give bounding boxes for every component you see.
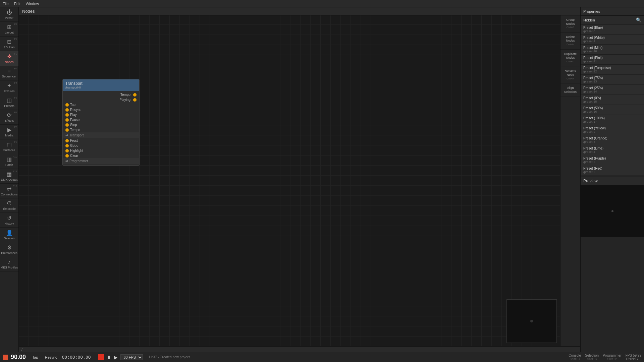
transport-output-playing: Playing (63, 97, 139, 102)
fps-select[interactable]: 60 FPS 30 FPS 24 FPS (120, 354, 143, 360)
transport-indicator[interactable] (3, 355, 8, 360)
port-gobo-in[interactable] (65, 144, 69, 147)
sidebar-item-surfaces[interactable]: F9 ⬚ Surfaces (0, 139, 19, 154)
hidden-list-item[interactable]: Preset (100%)/preset-17 (581, 115, 644, 125)
hidden-item-path: /preset-17 (583, 120, 641, 123)
sidebar-item-nodes[interactable]: F3 ❖ Nodes (0, 51, 19, 66)
hidden-list-item[interactable]: Preset (50%)/preset-16 (581, 105, 644, 115)
port-playing-out[interactable] (133, 98, 137, 102)
sidebar-item-power[interactable]: ⏻ Power (0, 7, 19, 22)
hidden-list-item[interactable]: Preset (Pink)/preset-11 (581, 55, 644, 65)
sidebar-item-session[interactable]: 👤 Session (0, 228, 19, 242)
port-clear-in[interactable] (65, 154, 69, 158)
hidden-list-item[interactable]: Preset (Mint)/preset-10 (581, 45, 644, 55)
ctx-group-nodes[interactable]: Group Nodes Ctrl+G (560, 15, 580, 33)
stop-button[interactable] (98, 354, 104, 360)
hidden-list-item[interactable]: Preset (Lime)/preset-4 (581, 145, 644, 155)
ctx-align-selection[interactable]: Align Selection (560, 83, 580, 97)
port-tempo-in[interactable] (65, 128, 69, 132)
pause-button[interactable]: ⏸ (107, 355, 111, 360)
hidden-list-item[interactable]: Preset (White)/preset-1 (581, 35, 644, 45)
port-tempo-out[interactable] (133, 93, 137, 97)
console-button[interactable]: Console Shift+C (569, 354, 581, 361)
session-icon: 👤 (6, 230, 13, 236)
hidden-list-item[interactable]: Preset (0%)/preset-15 (581, 95, 644, 105)
port-highlight-in[interactable] (65, 149, 69, 153)
sidebar-item-media[interactable]: F8 ▶ Media (0, 125, 19, 139)
layout-icon: ⊞ (7, 24, 11, 30)
sidebar-label-connections: Connections (1, 193, 17, 196)
console-label: Console (569, 354, 581, 357)
hidden-list-item[interactable]: Preset (Yellow)/preset-2 (581, 125, 644, 135)
sidebar-item-dmxoutput[interactable]: F11 ▦ DMX Output (0, 169, 19, 184)
preview-dot (611, 210, 613, 212)
timecode-icon: ⏱ (7, 200, 12, 206)
port-frost-in[interactable] (65, 139, 69, 142)
sidebar-item-patch[interactable]: F10 ▥ Patch (0, 154, 19, 169)
hidden-list: Preset (Blue)/preset-0Preset (White)/pre… (581, 24, 644, 177)
ctx-rename-node[interactable]: Rename Node Ctrl+R (560, 66, 580, 83)
hidden-list-item[interactable]: Preset (75%)/preset-13 (581, 75, 644, 85)
play-button[interactable]: ▶ (114, 355, 118, 360)
hidden-list-item[interactable]: Preset (Red)/preset-6 (581, 165, 644, 175)
menu-bar: File Edit Window (0, 0, 644, 7)
transport-input-tempo: Tempo (63, 127, 139, 132)
dmxoutput-icon: ▦ (7, 171, 12, 177)
nodes-canvas[interactable]: Transport /transport-0 Tempo Playing (19, 15, 560, 346)
sidebar-item-2dplan[interactable]: F2 ⊟ 2D Plan (0, 37, 19, 51)
resync-button[interactable]: Resync (43, 355, 59, 360)
sidebar-item-layout[interactable]: F1 ⊞ Layout (0, 22, 19, 37)
sidebar-item-sequencer[interactable]: F4 ≡ Sequencer (0, 66, 19, 80)
transport-input-frost: Frost (63, 138, 139, 143)
sidebar-label-sequencer: Sequencer (2, 75, 17, 78)
fkey-f2: F2 (14, 38, 17, 41)
transport-node-header[interactable]: Transport /transport-0 (63, 79, 139, 91)
port-play-in[interactable] (65, 113, 69, 117)
sidebar-item-midi-profiles[interactable]: ♪ MIDI Profiles (0, 257, 19, 272)
menu-file[interactable]: File (3, 2, 9, 6)
port-tap-in[interactable] (65, 103, 69, 107)
preview-canvas (581, 185, 644, 237)
properties-header: Properties (581, 7, 644, 16)
sidebar-item-presets[interactable]: F6 ◫ Presets (0, 95, 19, 110)
ctx-duplicate-nodes-label: Duplicate Nodes (564, 52, 577, 60)
ctx-duplicate-nodes[interactable]: Duplicate Nodes Ctrl+D (560, 50, 580, 67)
sidebar-item-connections[interactable]: F12 ⇄ Connections (0, 184, 19, 198)
menu-edit[interactable]: Edit (14, 2, 20, 6)
ctx-delete-nodes[interactable]: Delete Nodes Delete (560, 33, 580, 50)
sidebar-item-fixtures[interactable]: F5 ✦ Fixtures (0, 80, 19, 95)
hidden-item-name: Preset (Red) (583, 167, 641, 170)
hidden-list-item[interactable]: Preset (Turquoise)/preset-12 (581, 65, 644, 75)
fps-display: FPS 59.99 12:09:17 (626, 354, 641, 361)
transport-node[interactable]: Transport /transport-0 Tempo Playing (62, 79, 140, 166)
hidden-item-path: /preset-10 (583, 50, 641, 53)
port-resync-in[interactable] (65, 108, 69, 112)
selection-button[interactable]: Selection Shift+S (585, 354, 599, 361)
menu-window[interactable]: Window (26, 2, 39, 6)
port-pause-in[interactable] (65, 118, 69, 122)
transport-input-stop: Stop (63, 122, 139, 127)
sidebar-item-effects[interactable]: F7 ⟳ Effects (0, 110, 19, 125)
port-stop-in[interactable] (65, 123, 69, 127)
mini-preview-inner (507, 300, 556, 343)
hidden-list-item[interactable]: Preset (Purple)/preset-5 (581, 155, 644, 165)
surfaces-icon: ⬚ (7, 141, 12, 148)
hidden-list-item[interactable]: Preset (25%)/preset-14 (581, 85, 644, 95)
sidebar-label-effects: Effects (5, 119, 14, 122)
hidden-list-item[interactable]: Preset (Blue)/preset-0 (581, 24, 644, 35)
sidebar-item-preferences[interactable]: ⚙ Preferences (0, 242, 19, 257)
console-shortcut: Shift+C (569, 357, 581, 361)
sidebar-item-history[interactable]: ↺ History (0, 213, 19, 228)
effects-icon: ⟳ (7, 112, 11, 118)
mini-preview-dot (530, 320, 533, 322)
sidebar-item-timecode[interactable]: ⏱ Timecode (0, 198, 19, 213)
hidden-item-name: Preset (75%) (583, 76, 641, 80)
programmer-button[interactable]: Programmer Shift+P (603, 354, 622, 361)
sidebar-label-history: History (4, 222, 14, 225)
sidebar-label-nodes: Nodes (5, 60, 13, 64)
hidden-list-item[interactable]: Preset (Orange)/preset-3 (581, 135, 644, 145)
input-tempo-label: Tempo (70, 128, 80, 132)
search-icon[interactable]: 🔍 (636, 17, 641, 22)
tap-button[interactable]: Tap (30, 355, 40, 360)
hidden-item-name: Preset (100%) (583, 116, 641, 120)
